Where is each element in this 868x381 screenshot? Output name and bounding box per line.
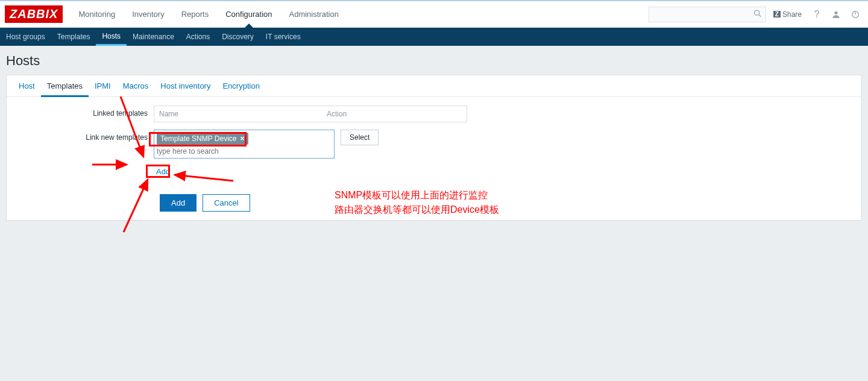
- template-multiselect[interactable]: Template SNMP Device ×: [154, 130, 335, 159]
- subnav-templates[interactable]: Templates: [51, 28, 96, 46]
- col-action-header: Action: [322, 106, 467, 122]
- topnav-configuration[interactable]: Configuration: [217, 1, 280, 28]
- search-box: [649, 7, 766, 22]
- actions-row: Add Cancel: [160, 194, 849, 212]
- cancel-button[interactable]: Cancel: [203, 194, 250, 212]
- help-icon[interactable]: ?: [809, 7, 825, 22]
- top-nav-items: Monitoring Inventory Reports Configurati…: [70, 1, 347, 28]
- add-link[interactable]: Add: [154, 165, 172, 178]
- multiselect-input[interactable]: [157, 147, 332, 156]
- share-button[interactable]: Z Share: [770, 10, 805, 19]
- search-icon[interactable]: [753, 8, 763, 20]
- tab-ipmi[interactable]: IPMI: [89, 75, 117, 96]
- annotation-text-line1: SNMP模板可以使用上面的进行监控: [335, 188, 499, 203]
- multiselect-wrap: Template SNMP Device × Select: [154, 130, 379, 159]
- page-title: Hosts: [0, 46, 868, 75]
- sub-nav: Host groups Templates Hosts Maintenance …: [0, 28, 868, 46]
- linked-templates-table-header: Name Action: [154, 105, 467, 122]
- tab-templates[interactable]: Templates: [41, 75, 89, 97]
- subnav-actions[interactable]: Actions: [180, 28, 216, 46]
- col-name-header: Name: [154, 106, 322, 122]
- form-tabs: Host Templates IPMI Macros Host inventor…: [7, 75, 861, 97]
- row-link-new-templates: Link new templates Template SNMP Device …: [19, 130, 849, 178]
- svg-point-2: [834, 11, 837, 14]
- tab-macros[interactable]: Macros: [117, 75, 155, 96]
- subnav-host-groups[interactable]: Host groups: [0, 28, 51, 46]
- logo[interactable]: ZABBIX: [5, 5, 63, 23]
- top-nav: ZABBIX Monitoring Inventory Reports Conf…: [0, 1, 868, 28]
- subnav-maintenance[interactable]: Maintenance: [127, 28, 180, 46]
- topnav-administration[interactable]: Administration: [281, 1, 347, 28]
- user-icon[interactable]: [828, 7, 844, 22]
- tab-host-inventory[interactable]: Host inventory: [154, 75, 216, 96]
- topnav-reports[interactable]: Reports: [173, 1, 218, 28]
- search-input[interactable]: [649, 7, 766, 22]
- svg-line-1: [759, 14, 761, 16]
- topnav-monitoring[interactable]: Monitoring: [70, 1, 124, 28]
- svg-point-0: [755, 10, 760, 15]
- label-linked-templates: Linked templates: [19, 105, 154, 118]
- annotation-text-line2: 路由器交换机等都可以使用Device模板: [335, 203, 499, 217]
- topnav-inventory[interactable]: Inventory: [124, 1, 172, 28]
- template-chip: Template SNMP Device ×: [157, 133, 248, 145]
- share-label: Share: [782, 10, 802, 19]
- subnav-discovery[interactable]: Discovery: [216, 28, 260, 46]
- subnav-hosts[interactable]: Hosts: [96, 28, 127, 46]
- select-button[interactable]: Select: [341, 130, 379, 145]
- logout-icon[interactable]: [848, 7, 863, 22]
- chip-remove-icon[interactable]: ×: [241, 134, 245, 143]
- zabbix-z-icon: Z: [773, 11, 781, 17]
- top-nav-right: Z Share ?: [649, 7, 863, 22]
- subnav-it-services[interactable]: IT services: [260, 28, 307, 46]
- chip-label: Template SNMP Device: [160, 134, 237, 143]
- tab-encryption[interactable]: Encryption: [216, 75, 265, 96]
- add-button[interactable]: Add: [160, 194, 197, 212]
- field-linked-templates: Name Action: [154, 105, 467, 122]
- tab-host[interactable]: Host: [13, 75, 41, 96]
- label-link-new-templates: Link new templates: [19, 130, 154, 142]
- row-linked-templates: Linked templates Name Action: [19, 105, 849, 122]
- field-link-new-templates: Template SNMP Device × Select Add: [154, 130, 379, 178]
- annotation-text: SNMP模板可以使用上面的进行监控 路由器交换机等都可以使用Device模板: [335, 188, 499, 217]
